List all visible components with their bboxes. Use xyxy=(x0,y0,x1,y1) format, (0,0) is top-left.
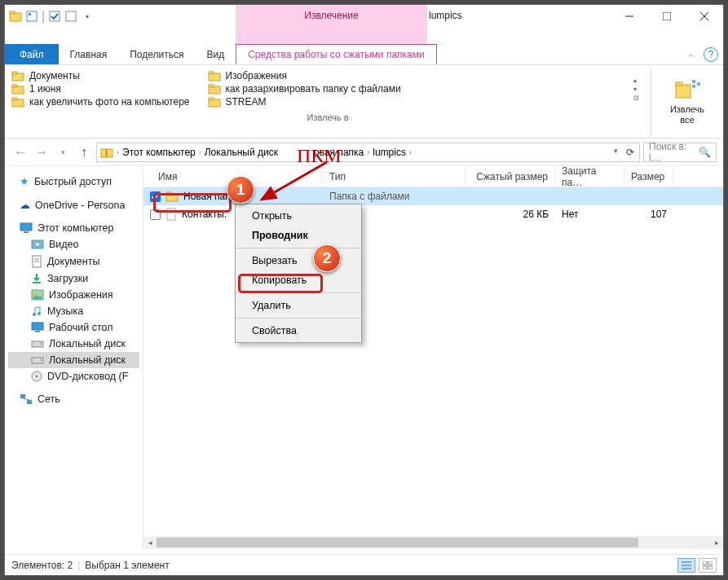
minimize-button[interactable] xyxy=(611,5,648,28)
qat-checkbox-empty[interactable] xyxy=(64,9,78,24)
sidebar-item[interactable]: Видео xyxy=(8,236,139,253)
sidebar-quick-access[interactable]: ★ Быстрый доступ xyxy=(8,173,139,190)
close-button[interactable] xyxy=(686,5,723,28)
svg-rect-22 xyxy=(676,85,690,98)
ctx-properties[interactable]: Свойства xyxy=(236,321,361,341)
tab-home[interactable]: Главная xyxy=(59,44,119,64)
status-bar: Элементов: 2 | Выбран 1 элемент xyxy=(5,554,723,575)
ctx-copy[interactable]: Копировать xyxy=(236,270,361,290)
qat-divider: | xyxy=(41,9,46,24)
crumb-thispc[interactable]: Этот компьютер xyxy=(122,147,196,158)
extract-destination[interactable]: как разархивировать папку с файлами xyxy=(208,83,401,94)
horizontal-scrollbar[interactable]: ◂ ▸ xyxy=(143,536,723,549)
destinations-more-icon[interactable]: ▴ ▾ ⊟ xyxy=(633,77,644,102)
svg-rect-21 xyxy=(209,98,214,100)
extract-destination[interactable]: Изображения xyxy=(208,70,401,81)
app-icon xyxy=(8,9,23,24)
scrollbar-thumb[interactable] xyxy=(157,538,638,547)
back-button[interactable]: ← xyxy=(11,143,29,161)
row-checkbox[interactable] xyxy=(150,191,161,202)
crumb-sep[interactable]: › xyxy=(365,148,371,156)
extract-destination[interactable]: как увеличить фото на компьютере xyxy=(11,96,190,108)
col-compressed-size[interactable]: Сжатый размер xyxy=(465,166,555,187)
svg-rect-25 xyxy=(692,85,695,88)
tab-view[interactable]: Вид xyxy=(195,44,236,64)
recent-dropdown-icon[interactable]: ▾ xyxy=(54,143,72,161)
sidebar-item[interactable]: Локальный диск xyxy=(8,336,139,352)
crumb-sep[interactable]: › xyxy=(115,148,121,156)
scroll-right-icon[interactable]: ▸ xyxy=(710,536,723,549)
column-headers[interactable]: Имя Тип Сжатый размер Защита па… Размер xyxy=(143,166,723,187)
breadcrumb-bar[interactable]: › Этот компьютер › Локальный диск овая п… xyxy=(96,143,640,162)
ctx-open[interactable]: Открыть xyxy=(236,206,361,226)
col-name[interactable]: Имя xyxy=(143,166,323,187)
crumb-disk[interactable]: Локальный диск xyxy=(205,147,278,158)
search-input[interactable]: Поиск в: l… 🔍 xyxy=(643,143,717,162)
sidebar-item[interactable]: DVD-дисковод (F xyxy=(8,368,139,384)
svg-rect-42 xyxy=(35,331,40,332)
up-button[interactable]: ↑ xyxy=(75,143,93,161)
ctx-divider xyxy=(236,318,361,319)
file-type: Папка с файлами xyxy=(323,191,465,202)
ctx-delete[interactable]: Удалить xyxy=(236,296,361,315)
col-protection[interactable]: Защита па… xyxy=(555,166,624,187)
scroll-left-icon[interactable]: ◂ xyxy=(143,536,157,549)
sidebar-item-icon xyxy=(31,239,44,250)
tab-compressed-tools[interactable]: Средства работы со сжатыми папками xyxy=(236,44,437,64)
row-checkbox[interactable] xyxy=(150,209,161,220)
tab-share[interactable]: Поделиться xyxy=(118,44,195,64)
col-type[interactable]: Тип xyxy=(323,166,465,187)
file-row[interactable]: Новая папка Папка с файлами xyxy=(143,187,723,205)
address-dropdown-icon[interactable]: ▾ xyxy=(611,147,621,158)
crumb-folder[interactable]: овая папка xyxy=(314,147,364,158)
crumb-lumpics[interactable]: lumpics xyxy=(373,147,406,158)
qat-properties-icon[interactable] xyxy=(24,9,39,24)
ctx-cut[interactable]: Вырезать xyxy=(236,251,361,270)
col-size[interactable]: Размер xyxy=(624,166,673,187)
svg-point-46 xyxy=(40,359,42,361)
file-name: Новая папка xyxy=(183,191,240,202)
refresh-icon[interactable]: ⟳ xyxy=(623,147,638,158)
crumb-sep[interactable]: › xyxy=(408,148,413,156)
sidebar-item[interactable]: Изображения xyxy=(8,287,139,303)
forward-button[interactable]: → xyxy=(33,143,51,161)
qat-checkbox-checked[interactable] xyxy=(47,9,62,24)
file-row[interactable]: Контакты. "VCF" 26 КБ Нет 107 xyxy=(143,205,723,223)
help-icon[interactable]: ? xyxy=(704,47,718,62)
sidebar-onedrive[interactable]: ☁ OneDrive - Persona xyxy=(8,196,139,213)
extract-destination[interactable]: STREAM xyxy=(208,96,401,108)
extract-destination[interactable]: 1 июня xyxy=(11,83,190,94)
sidebar-network[interactable]: Сеть xyxy=(8,391,139,407)
svg-rect-43 xyxy=(32,341,43,347)
sidebar-item-icon xyxy=(31,305,42,317)
sidebar-item-icon xyxy=(31,322,44,333)
extract-destination[interactable]: Документы xyxy=(11,70,190,81)
svg-point-39 xyxy=(33,313,36,316)
sidebar-item[interactable]: Документы xyxy=(8,253,139,270)
collapse-ribbon-icon[interactable]: ︿ xyxy=(687,49,695,60)
extract-all-label: Извлечь все xyxy=(670,104,704,124)
ctx-divider xyxy=(236,248,361,248)
sidebar-item[interactable]: Рабочий стол xyxy=(8,319,139,336)
view-thumbnails-icon[interactable] xyxy=(699,558,717,573)
sidebar-item[interactable]: Музыка xyxy=(8,303,139,319)
navigation-pane[interactable]: ★ Быстрый доступ ☁ OneDrive - Persona xyxy=(5,166,143,549)
extract-all-button[interactable]: Извлечь все xyxy=(670,78,704,124)
svg-point-44 xyxy=(40,343,42,345)
archive-icon xyxy=(100,146,113,159)
pc-icon xyxy=(20,222,33,234)
sidebar-this-pc[interactable]: Этот компьютер xyxy=(8,220,139,236)
file-list-pane: Имя Тип Сжатый размер Защита па… Размер … xyxy=(143,166,723,549)
tab-file[interactable]: Файл xyxy=(5,44,59,64)
maximize-button[interactable] xyxy=(648,5,686,28)
qat-dropdown-icon[interactable]: ▾ xyxy=(80,9,95,24)
sidebar-item[interactable]: Локальный диск xyxy=(8,352,139,368)
sidebar-item-icon xyxy=(31,273,42,284)
svg-rect-24 xyxy=(692,80,695,83)
sidebar-item[interactable]: Загрузки xyxy=(8,270,139,287)
svg-rect-53 xyxy=(166,192,171,195)
svg-rect-17 xyxy=(209,72,214,74)
ctx-explorer[interactable]: Проводник xyxy=(236,226,361,245)
crumb-sep[interactable]: › xyxy=(197,148,203,156)
view-details-icon[interactable] xyxy=(677,558,695,573)
